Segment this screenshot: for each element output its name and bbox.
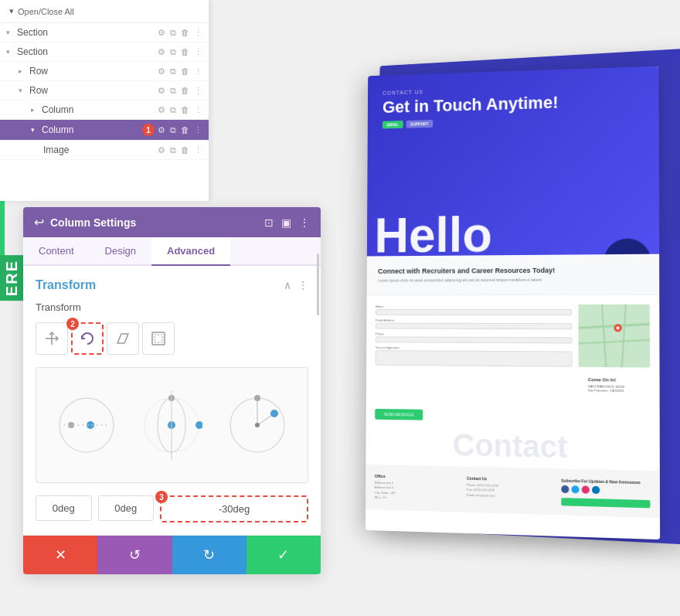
duplicate-icon[interactable]: ⧉ xyxy=(170,105,176,115)
delete-icon[interactable]: 🗑 xyxy=(181,105,189,114)
column2-label: Column xyxy=(42,124,142,135)
preview-map xyxy=(579,305,651,368)
tree-item-section2[interactable]: ▾ Section ⚙ ⧉ 🗑 ⋮ xyxy=(0,43,209,62)
preview-hero-title: Get in Touch Anytime! xyxy=(382,90,643,117)
settings-icon[interactable]: ⚙ xyxy=(158,125,165,135)
preview-right-col: Come On In! SAN FRANCISCO, 94102 San Fra… xyxy=(579,305,651,400)
more-icon[interactable]: ⋮ xyxy=(194,28,202,38)
scrollbar[interactable] xyxy=(317,254,319,315)
column2-badge: 1 xyxy=(142,124,155,136)
delete-icon[interactable]: 🗑 xyxy=(181,66,189,76)
tab-design[interactable]: Design xyxy=(90,237,151,266)
row1-actions: ⚙ ⧉ 🗑 ⋮ xyxy=(158,66,202,77)
settings-icon[interactable]: ⚙ xyxy=(158,86,165,96)
undo-button[interactable]: ↺ xyxy=(97,536,172,574)
save-button[interactable]: ✓ xyxy=(246,536,321,574)
delete-icon[interactable]: 🗑 xyxy=(181,47,189,56)
fullscreen-icon[interactable]: ⊡ xyxy=(264,216,274,229)
duplicate-icon[interactable]: ⧉ xyxy=(170,145,176,155)
section-more-icon[interactable]: ⋮ xyxy=(298,279,308,291)
more-icon[interactable]: ⋮ xyxy=(194,86,202,96)
preview-connect-text: Lorem ipsum dolor sit amet consectetur a… xyxy=(378,277,648,283)
delete-icon[interactable]: 🗑 xyxy=(181,125,189,134)
column1-actions: ⚙ ⧉ 🗑 ⋮ xyxy=(158,105,202,115)
collapse-icon[interactable]: ∧ xyxy=(284,279,291,291)
transform-scale-btn[interactable] xyxy=(142,322,175,355)
section2-actions: ⚙ ⧉ 🗑 ⋮ xyxy=(158,47,202,57)
transform-move-btn[interactable] xyxy=(36,322,68,355)
action-bar: ✕ ↺ ↻ ✓ xyxy=(23,535,321,574)
field-name xyxy=(376,309,572,315)
more-options-icon[interactable]: ⋮ xyxy=(299,216,310,229)
tree-item-column1[interactable]: ▸ Column ⚙ ⧉ 🗑 ⋮ xyxy=(0,100,209,120)
settings-panel: ↩ Column Settings ⊡ ▣ ⋮ Content Design A… xyxy=(23,207,321,574)
transform-icons: 2 xyxy=(36,322,308,355)
settings-icon[interactable]: ⚙ xyxy=(158,105,165,115)
tree-item-column2[interactable]: ▾ Column 1 ⚙ ⧉ 🗑 ⋮ xyxy=(0,120,209,141)
transform-skew-btn[interactable] xyxy=(107,322,139,355)
skewx-input-group xyxy=(36,495,92,522)
preview-submit-btn[interactable]: SEND MESSAGE xyxy=(375,409,423,420)
duplicate-icon[interactable]: ⧉ xyxy=(170,47,176,57)
rotate-input[interactable] xyxy=(160,495,308,522)
chevron-icon: ▾ xyxy=(6,48,15,56)
preview-hello: Hello xyxy=(374,206,491,257)
transform-rotate-wrapper: 2 xyxy=(71,322,104,355)
layer-tree-panel: ▾ Open/Close All ▾ Section ⚙ ⧉ 🗑 ⋮ ▾ Sec… xyxy=(0,0,209,201)
delete-icon[interactable]: 🗑 xyxy=(181,86,189,95)
delete-icon[interactable]: 🗑 xyxy=(181,145,189,155)
tab-content[interactable]: Content xyxy=(23,237,90,266)
more-icon[interactable]: ⋮ xyxy=(194,145,202,155)
tree-item-image[interactable]: Image ⚙ ⧉ 🗑 ⋮ xyxy=(0,141,209,160)
duplicate-icon[interactable]: ⧉ xyxy=(170,28,176,38)
transform-inputs: 3 xyxy=(36,495,308,522)
preview-form-fields: Name Email Address Phone Your configurat… xyxy=(375,305,572,398)
skewx-visual xyxy=(56,383,117,468)
duplicate-icon[interactable]: ⧉ xyxy=(170,125,176,135)
back-button[interactable]: ↩ xyxy=(34,215,44,230)
website-preview: CONTACT US Get in Touch Anytime! EMAIL S… xyxy=(325,46,680,572)
more-icon[interactable]: ⋮ xyxy=(194,47,202,57)
skewy-input[interactable] xyxy=(98,495,155,521)
transform-section-header: Transform ∧ ⋮ xyxy=(36,278,308,292)
open-close-all-btn[interactable]: ▾ Open/Close All xyxy=(0,0,209,23)
preview-footer: Office Address line 1Address line 2City,… xyxy=(366,465,660,518)
svg-point-6 xyxy=(617,326,620,329)
svg-rect-9 xyxy=(152,332,165,345)
skewx-input[interactable] xyxy=(36,495,92,521)
circle-big xyxy=(604,238,651,256)
duplicate-icon[interactable]: ⧉ xyxy=(170,66,176,77)
settings-icon[interactable]: ⚙ xyxy=(158,145,165,155)
transform-subtitle: Transform xyxy=(36,301,308,313)
settings-icon[interactable]: ⚙ xyxy=(158,66,165,77)
field-config xyxy=(376,350,573,367)
tree-item-section1[interactable]: ▾ Section ⚙ ⧉ 🗑 ⋮ xyxy=(0,23,209,43)
open-close-icon: ▾ xyxy=(9,6,14,16)
chevron-icon: ▸ xyxy=(19,67,28,75)
settings-header: ↩ Column Settings ⊡ ▣ ⋮ xyxy=(23,207,321,237)
twitter-icon xyxy=(571,485,579,493)
sidebar-icon[interactable]: ▣ xyxy=(281,216,291,229)
section2-label: Section xyxy=(17,46,158,57)
redo-button[interactable]: ↻ xyxy=(172,536,246,574)
preview-form-section: Name Email Address Phone Your configurat… xyxy=(366,295,660,409)
cancel-button[interactable]: ✕ xyxy=(23,536,97,574)
tree-item-row2[interactable]: ▾ Row ⚙ ⧉ 🗑 ⋮ xyxy=(0,81,209,100)
duplicate-icon[interactable]: ⧉ xyxy=(170,86,176,96)
linkedin-icon xyxy=(592,486,600,494)
settings-title: Column Settings xyxy=(50,216,264,229)
more-icon[interactable]: ⋮ xyxy=(194,105,202,115)
social-icons xyxy=(561,485,650,495)
settings-icon[interactable]: ⚙ xyxy=(158,28,165,38)
transform-visual-area xyxy=(36,367,308,483)
delete-icon[interactable]: 🗑 xyxy=(181,28,189,37)
preview-contact-big: Contact xyxy=(366,422,659,471)
settings-icon[interactable]: ⚙ xyxy=(158,47,165,57)
more-icon[interactable]: ⋮ xyxy=(194,66,202,77)
rotation-visual xyxy=(141,383,202,468)
tree-item-row1[interactable]: ▸ Row ⚙ ⧉ 🗑 ⋮ xyxy=(0,62,209,81)
skewy-input-group xyxy=(98,495,155,522)
tab-advanced[interactable]: Advanced xyxy=(151,237,230,266)
open-close-label: Open/Close All xyxy=(18,7,74,16)
more-icon[interactable]: ⋮ xyxy=(194,125,202,135)
